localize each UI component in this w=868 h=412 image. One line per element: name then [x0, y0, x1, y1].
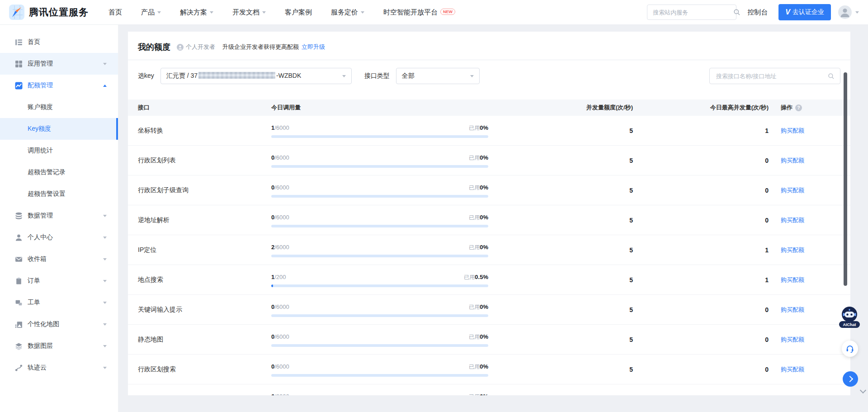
sidebar-item-label: 收件箱 — [28, 255, 47, 263]
buy-quota-link[interactable]: 购买配额 — [781, 366, 804, 373]
collapse-chevron-down-icon[interactable] — [859, 387, 867, 393]
api-name: 行政区划子级查询 — [138, 186, 271, 194]
nav-item[interactable]: 开发文档 — [232, 8, 266, 17]
sidebar-subitem-超额告警记录[interactable]: 超额告警记录 — [0, 161, 118, 183]
today-max-value: 0 — [633, 187, 769, 194]
api-search-input[interactable] — [715, 72, 828, 80]
chevron-down-icon — [103, 302, 107, 304]
sidebar-item-个性化地图[interactable]: 个性化地图 — [0, 313, 118, 335]
vertical-scrollbar-thumb[interactable] — [844, 72, 847, 286]
nav-item[interactable]: 解决方案 — [180, 8, 213, 17]
quota-total: /200 — [274, 274, 286, 280]
usage-progress-bar — [271, 314, 488, 317]
site-search-box[interactable] — [647, 5, 736, 20]
today-max-value: 1 — [633, 127, 769, 134]
sidebar-subitem-超额告警设置[interactable]: 超额告警设置 — [0, 183, 118, 205]
used-percent: 0% — [480, 184, 488, 191]
account-chevron-down-icon[interactable] — [855, 11, 859, 14]
expand-arrow-button[interactable] — [843, 371, 858, 387]
search-icon[interactable] — [733, 9, 741, 16]
sidebar-subitem-调用统计[interactable]: 调用统计 — [0, 140, 118, 161]
usage-progress-fill — [271, 284, 273, 287]
buy-quota-link[interactable]: 购买配额 — [781, 276, 804, 283]
table-row: 行政区划子级查询 0/6000 已用0% 5 0 购买配额 — [128, 175, 850, 205]
nav-item[interactable]: 产品 — [141, 8, 161, 17]
quota-total: /6000 — [274, 184, 289, 191]
api-type-select[interactable]: 全部 — [396, 68, 480, 84]
quota-total: /6000 — [274, 303, 289, 310]
chevron-down-icon — [470, 75, 474, 77]
today-max-value: 1 — [633, 276, 769, 284]
key-select[interactable]: 汇元贾 / 37-WZBDK — [160, 68, 352, 84]
avatar[interactable] — [838, 5, 852, 19]
sidebar-item-个人中心[interactable]: 个人中心 — [0, 227, 118, 248]
aichat-label[interactable]: AIChat — [839, 321, 860, 328]
buy-quota-link[interactable]: 购买配额 — [781, 187, 804, 194]
logo[interactable]: 腾讯位置服务 — [9, 5, 89, 20]
sidebar-subitem-账户额度[interactable]: 账户额度 — [0, 96, 118, 118]
nav-item[interactable]: 服务定价 — [331, 8, 364, 17]
sidebar-item-收件箱[interactable]: 收件箱 — [0, 248, 118, 270]
buy-quota-link[interactable]: 购买配额 — [781, 157, 804, 164]
col-today-calls: 今日调用量 — [271, 104, 488, 112]
concurrent-quota-value: 5 — [488, 306, 633, 313]
used-percent: 0% — [480, 124, 488, 131]
sidebar-item-应用管理[interactable]: 应用管理 — [0, 53, 118, 75]
site-search-input[interactable] — [652, 9, 733, 16]
usage-progress-bar — [271, 374, 488, 377]
sidebar-item-轨迹云[interactable]: 轨迹云 — [0, 357, 118, 379]
table-row: 关键词输入提示 0/6000 已用0% 5 0 购买配额 — [128, 295, 850, 325]
used-percent: 0.5% — [475, 274, 488, 280]
search-icon[interactable] — [828, 73, 835, 80]
sidebar-item-label: 应用管理 — [28, 60, 53, 68]
nav-item[interactable]: 客户案例 — [285, 8, 312, 17]
apps-icon — [15, 60, 23, 68]
page-title: 我的额度 — [138, 42, 170, 52]
chevron-down-icon — [103, 280, 107, 282]
buy-quota-link[interactable]: 购买配额 — [781, 127, 804, 134]
nav-item[interactable]: 时空智能开放平台NEW — [383, 8, 455, 17]
sidebar-item-订单[interactable]: 订单 — [0, 270, 118, 292]
today-max-value: 0 — [633, 366, 769, 373]
sidebar-item-首页[interactable]: 首页 — [0, 31, 118, 53]
chevron-down-icon — [103, 237, 107, 239]
upgrade-hint-text: 升级企业开发者获得更高配额 — [222, 43, 299, 51]
today-max-value: 0 — [633, 336, 769, 343]
chevron-down-icon — [103, 367, 107, 369]
concurrent-quota-value: 5 — [488, 217, 633, 224]
key-select-label: 选key — [138, 72, 154, 80]
quota-total: /6000 — [274, 333, 289, 340]
buy-quota-link[interactable]: 购买配额 — [781, 246, 804, 253]
support-headset-button[interactable] — [842, 341, 858, 357]
used-label: 已用 — [469, 185, 480, 191]
sidebar-item-工单[interactable]: 工单 — [0, 292, 118, 313]
usage-progress-bar — [271, 284, 488, 287]
aichat-robot-button[interactable] — [841, 306, 858, 323]
sidebar-item-label: 个人中心 — [28, 233, 53, 242]
verify-enterprise-button[interactable]: V 去认证企业 — [778, 4, 831, 20]
sidebar-item-数据图层[interactable]: 数据图层 — [0, 335, 118, 357]
help-question-icon[interactable]: ? — [795, 104, 802, 111]
nav-item[interactable]: 首页 — [108, 8, 122, 17]
used-label: 已用 — [469, 244, 480, 251]
buy-quota-link[interactable]: 购买配额 — [781, 306, 804, 313]
usage-progress-bar — [271, 195, 488, 198]
table-row: 行政区划列表 0/6000 已用0% 5 0 购买配额 — [128, 146, 850, 175]
sidebar-item-数据管理[interactable]: 数据管理 — [0, 205, 118, 227]
col-today-max: 今日最高并发量(次/秒) — [633, 104, 769, 112]
used-label: 已用 — [469, 155, 480, 161]
col-action: 操作 ? — [769, 104, 850, 112]
sidebar-subitem-Key额度[interactable]: Key额度 — [0, 118, 118, 140]
sidebar-item-配额管理[interactable]: 配额管理 — [0, 75, 118, 96]
table-row: 驾车路线规划 0/6000 已用0% 5 0 购买配额 — [128, 384, 850, 395]
api-search-box[interactable] — [709, 68, 840, 84]
used-percent: 0% — [480, 214, 488, 221]
buy-quota-link[interactable]: 购买配额 — [781, 336, 804, 343]
api-name: 行政区划搜索 — [138, 365, 271, 374]
mail-icon — [15, 256, 23, 263]
buy-quota-link[interactable]: 购买配额 — [781, 217, 804, 223]
usage-cell: 0/6000 已用0% — [271, 303, 488, 317]
upgrade-now-link[interactable]: 立即升级 — [302, 43, 325, 51]
developer-type-label: 个人开发者 — [186, 43, 215, 51]
console-link[interactable]: 控制台 — [747, 8, 768, 17]
